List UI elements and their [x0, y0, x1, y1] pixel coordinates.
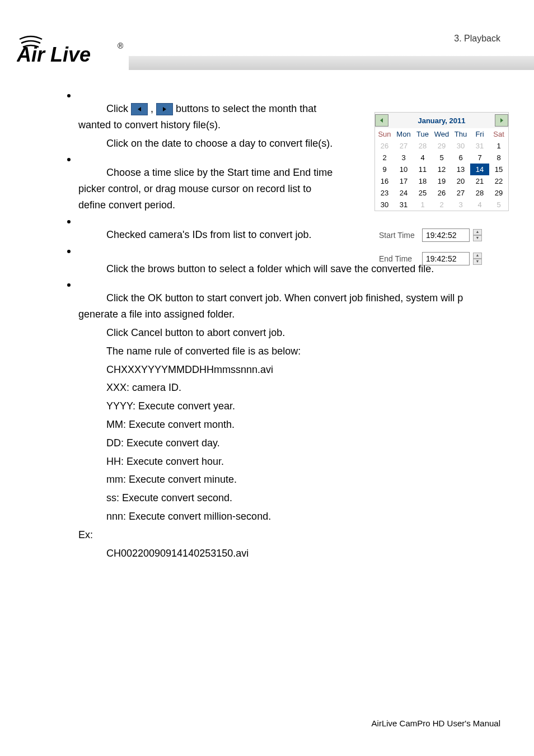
calendar-day-header: Sat — [489, 128, 508, 140]
calendar-day-cell[interactable]: 21 — [470, 175, 489, 187]
text: mm: Execute convert minute. — [106, 472, 500, 488]
text: CHXXXYYYYMMDDHHmmssnnn.avi — [106, 362, 500, 378]
calendar-day-cell[interactable]: 27 — [451, 187, 470, 199]
calendar-day-cell[interactable]: 9 — [375, 164, 394, 175]
calendar-day-cell[interactable]: 31 — [394, 199, 413, 211]
section-label: 3. Playback — [454, 34, 500, 44]
calendar-day-cell[interactable]: 14 — [470, 164, 489, 175]
text: , — [151, 103, 156, 114]
calendar-day-cell[interactable]: 22 — [489, 175, 508, 187]
text: DD: Execute convert day. — [106, 435, 500, 451]
text: MM: Execute convert month. — [106, 417, 500, 433]
calendar-day-cell[interactable]: 26 — [375, 140, 394, 152]
calendar-day-cell[interactable]: 29 — [489, 187, 508, 199]
start-time-input[interactable] — [422, 228, 470, 242]
calendar-day-cell[interactable]: 15 — [489, 164, 508, 175]
calendar-day-header: Wed — [432, 128, 451, 140]
text: The name rule of converted file is as be… — [106, 343, 500, 360]
calendar-day-cell[interactable]: 28 — [470, 187, 489, 199]
calendar-day-cell[interactable]: 11 — [413, 164, 432, 175]
calendar-day-cell[interactable]: 31 — [470, 140, 489, 152]
calendar-day-cell[interactable]: 2 — [375, 152, 394, 164]
calendar-day-cell[interactable]: 16 — [375, 175, 394, 187]
calendar-day-cell[interactable]: 18 — [413, 175, 432, 187]
end-time-label: End Time — [374, 254, 422, 263]
calendar-day-cell[interactable]: 1 — [489, 140, 508, 152]
calendar-title: January, 2011 — [388, 116, 495, 125]
calendar-day-cell[interactable]: 5 — [489, 199, 508, 211]
calendar-day-cell[interactable]: 20 — [451, 175, 470, 187]
text: Click the OK button to start convert job… — [78, 292, 463, 320]
calendar-day-cell[interactable]: 25 — [413, 187, 432, 199]
calendar-day-cell[interactable]: 30 — [451, 140, 470, 152]
text: YYYY: Execute convert year. — [106, 398, 500, 414]
calendar-day-header: Thu — [451, 128, 470, 140]
start-time-down-button[interactable]: ▼ — [473, 235, 482, 241]
calendar-day-cell[interactable]: 1 — [413, 199, 432, 211]
footer-text: AirLive CamPro HD User's Manual — [372, 718, 500, 728]
text: XXX: camera ID. — [106, 380, 500, 396]
text: HH: Execute convert hour. — [106, 454, 500, 470]
calendar-next-button[interactable] — [495, 114, 508, 127]
text: Click — [106, 103, 131, 114]
calendar-day-header: Fri — [470, 128, 489, 140]
calendar-day-cell[interactable]: 13 — [451, 164, 470, 175]
example-label: Ex: — [78, 527, 500, 543]
text: Click on the date to choose a day to con… — [106, 136, 341, 152]
calendar-day-cell[interactable]: 4 — [413, 152, 432, 164]
end-time-up-button[interactable]: ▲ — [473, 253, 482, 259]
end-time-down-button[interactable]: ▼ — [473, 259, 482, 265]
brand-logo: Air Live ® — [17, 31, 129, 67]
calendar-day-cell[interactable]: 10 — [394, 164, 413, 175]
calendar-day-cell[interactable]: 30 — [375, 199, 394, 211]
text: nnn: Execute convert million-second. — [106, 508, 500, 525]
time-range-widget: Start Time ▲ ▼ End Time ▲ ▼ — [374, 228, 509, 276]
calendar-day-cell[interactable]: 4 — [470, 199, 489, 211]
calendar-day-cell[interactable]: 2 — [432, 199, 451, 211]
prev-month-icon-button[interactable] — [131, 103, 148, 115]
calendar-day-header: Tue — [413, 128, 432, 140]
calendar-day-cell[interactable]: 12 — [432, 164, 451, 175]
text: ss: Execute convert second. — [106, 490, 500, 506]
svg-text:Air Live: Air Live — [17, 43, 91, 64]
calendar-day-header: Sun — [375, 128, 394, 140]
calendar-grid: SunMonTueWedThuFriSat 262728293031123456… — [375, 128, 508, 211]
calendar-day-cell[interactable]: 5 — [432, 152, 451, 164]
calendar-day-cell[interactable]: 3 — [451, 199, 470, 211]
calendar-day-cell[interactable]: 19 — [432, 175, 451, 187]
calendar-day-cell[interactable]: 7 — [470, 152, 489, 164]
example-value: CH00220090914140253150.avi — [106, 545, 500, 562]
header-divider-bar — [129, 56, 534, 70]
svg-marker-3 — [163, 107, 166, 111]
svg-marker-4 — [380, 118, 383, 123]
svg-text:®: ® — [118, 41, 124, 50]
calendar-day-cell[interactable]: 26 — [432, 187, 451, 199]
calendar-day-cell[interactable]: 29 — [432, 140, 451, 152]
svg-marker-5 — [500, 118, 503, 123]
calendar-day-cell[interactable]: 6 — [451, 152, 470, 164]
text: Choose a time slice by the Start time an… — [78, 167, 332, 211]
start-time-up-button[interactable]: ▲ — [473, 229, 482, 235]
calendar-day-cell[interactable]: 24 — [394, 187, 413, 199]
svg-marker-2 — [138, 107, 141, 111]
start-time-label: Start Time — [374, 231, 422, 240]
calendar-day-cell[interactable]: 23 — [375, 187, 394, 199]
calendar-day-header: Mon — [394, 128, 413, 140]
page-header: Air Live ® 3. Playback — [0, 0, 534, 73]
calendar-day-cell[interactable]: 3 — [394, 152, 413, 164]
calendar-day-cell[interactable]: 8 — [489, 152, 508, 164]
next-month-icon-button[interactable] — [156, 103, 173, 115]
calendar-day-cell[interactable]: 27 — [394, 140, 413, 152]
end-time-input[interactable] — [422, 252, 470, 265]
calendar-day-cell[interactable]: 17 — [394, 175, 413, 187]
calendar-day-cell[interactable]: 28 — [413, 140, 432, 152]
calendar-widget: January, 2011 SunMonTueWedThuFriSat 2627… — [374, 112, 509, 211]
text: Click Cancel button to abort convert job… — [106, 325, 500, 341]
calendar-prev-button[interactable] — [375, 114, 388, 127]
